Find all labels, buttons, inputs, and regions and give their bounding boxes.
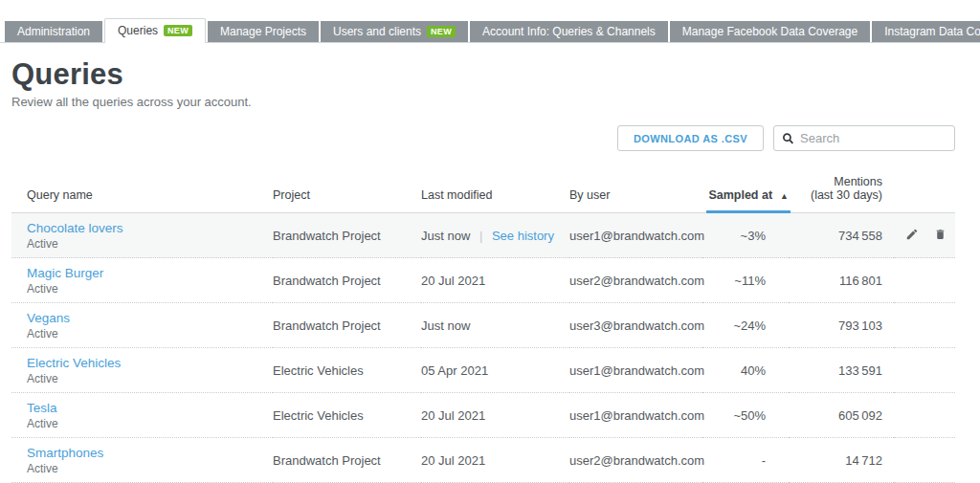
- project-cell: Brandwatch Project: [273, 213, 421, 258]
- by-user-cell: user2@brandwatch.com: [569, 258, 702, 303]
- last-modified-text: 20 Jul 2021: [421, 408, 485, 423]
- page-subtitle: Review all the queries across your accou…: [11, 95, 955, 109]
- sort-asc-icon: ▲: [780, 191, 789, 201]
- table-row: Magic Burger Active Brandwatch Project 2…: [11, 258, 955, 303]
- project-cell: Brandwatch Project: [273, 258, 421, 303]
- column-header-project[interactable]: Project: [273, 175, 421, 213]
- last-modified-cell: 05 Apr 2021: [421, 348, 569, 393]
- sampled-at-cell: ~50%: [702, 393, 789, 438]
- toolbar: DOWNLOAD AS .CSV: [11, 125, 955, 151]
- tab-label: Administration: [17, 25, 90, 38]
- column-header-query-name[interactable]: Query name: [11, 175, 273, 213]
- query-name-cell: Electric Vehicles Active: [11, 348, 273, 393]
- row-actions: [894, 303, 955, 348]
- table-row: Tesla Active Electric Vehicles 20 Jul 20…: [11, 393, 955, 438]
- query-name-cell: Smartphones Active: [11, 438, 273, 483]
- last-modified-text: 20 Jul 2021: [421, 274, 485, 288]
- last-modified-cell: Just now: [421, 303, 569, 348]
- last-modified-text: 05 Apr 2021: [421, 363, 488, 378]
- table-row: Electric Vehicles Active Electric Vehicl…: [11, 348, 955, 393]
- search-box: [773, 125, 955, 151]
- delete-icon[interactable]: [934, 228, 947, 244]
- row-actions: [894, 213, 955, 258]
- sampled-at-cell: 40%: [702, 348, 789, 393]
- query-name-cell: Vegans Active: [11, 303, 273, 348]
- by-user-cell: user1@brandwatch.com: [569, 348, 702, 393]
- last-modified-cell: 20 Jul 2021: [421, 258, 569, 303]
- project-cell: Electric Vehicles: [273, 348, 421, 393]
- tab-users-and-clients[interactable]: Users and clients NEW: [321, 21, 468, 42]
- mentions-cell: 14 712: [789, 438, 894, 483]
- mentions-cell: 734 558: [789, 213, 894, 258]
- column-header-last-modified[interactable]: Last modified: [421, 175, 569, 213]
- table-row: Vegans Active Brandwatch Project Just no…: [11, 303, 955, 348]
- tab-label: Manage Facebook Data Coverage: [682, 25, 858, 38]
- query-status: Active: [27, 237, 273, 251]
- mentions-cell: 133 591: [789, 348, 894, 393]
- tab-bar: Administration Queries NEW Manage Projec…: [0, 20, 980, 43]
- last-modified-text: Just now: [421, 229, 470, 243]
- last-modified-cell: Just now | See history: [421, 213, 569, 258]
- query-status: Active: [27, 372, 273, 385]
- query-status: Active: [27, 327, 273, 340]
- query-status: Active: [27, 417, 273, 430]
- last-modified-text: 20 Jul 2021: [421, 453, 485, 468]
- mentions-label-line1: Mentions: [789, 175, 882, 188]
- by-user-cell: user3@brandwatch.com: [569, 303, 702, 348]
- query-name-link[interactable]: Electric Vehicles: [27, 356, 121, 370]
- tab-label: Account Info: Queries & Channels: [482, 25, 656, 38]
- project-cell: Brandwatch Project: [273, 438, 421, 483]
- table-row: Chocolate lovers Active Brandwatch Proje…: [11, 213, 955, 258]
- query-name-link[interactable]: Tesla: [27, 401, 57, 415]
- query-name-cell: Magic Burger Active: [11, 258, 273, 303]
- new-badge: NEW: [164, 25, 192, 36]
- column-header-by-user[interactable]: By user: [569, 175, 702, 213]
- column-header-sampled-at[interactable]: Sampled at▲: [702, 175, 789, 213]
- mentions-label-line2: (last 30 days): [789, 188, 882, 202]
- row-actions: [894, 348, 955, 393]
- see-history-link[interactable]: See history: [492, 229, 554, 243]
- queries-table: Query name Project Last modified By user…: [11, 175, 955, 483]
- tab-label: Manage Projects: [220, 25, 306, 38]
- separator: |: [476, 229, 486, 243]
- new-badge: NEW: [427, 26, 456, 37]
- query-name-link[interactable]: Smartphones: [27, 446, 103, 460]
- tab-label: Users and clients: [333, 25, 421, 38]
- query-name-link[interactable]: Magic Burger: [27, 266, 103, 280]
- table-row: Smartphones Active Brandwatch Project 20…: [11, 438, 955, 483]
- by-user-cell: user2@brandwatch.com: [569, 438, 702, 483]
- row-actions: [894, 393, 955, 438]
- query-name-cell: Tesla Active: [11, 393, 273, 438]
- column-header-actions: [894, 175, 955, 213]
- query-name-link[interactable]: Chocolate lovers: [27, 221, 123, 235]
- search-input[interactable]: [800, 131, 947, 145]
- mentions-cell: 605 092: [789, 393, 894, 438]
- row-actions: [894, 438, 955, 483]
- by-user-cell: user1@brandwatch.com: [569, 213, 702, 258]
- query-status: Active: [27, 282, 273, 296]
- table-body: Chocolate lovers Active Brandwatch Proje…: [11, 213, 955, 483]
- last-modified-cell: 20 Jul 2021: [421, 438, 569, 483]
- sampled-at-label: Sampled at: [708, 188, 772, 202]
- project-cell: Electric Vehicles: [273, 393, 421, 438]
- column-header-mentions[interactable]: Mentions (last 30 days): [789, 175, 894, 213]
- tab-manage-projects[interactable]: Manage Projects: [208, 21, 319, 42]
- tab-administration[interactable]: Administration: [5, 21, 102, 42]
- tab-instagram-data-coverage[interactable]: Instagram Data Coverage: [872, 21, 980, 42]
- tab-queries[interactable]: Queries NEW: [104, 18, 206, 43]
- by-user-cell: user1@brandwatch.com: [569, 393, 702, 438]
- query-name-link[interactable]: Vegans: [27, 311, 70, 325]
- download-csv-button[interactable]: DOWNLOAD AS .CSV: [617, 125, 764, 151]
- tab-label: Instagram Data Coverage: [884, 25, 980, 38]
- project-cell: Brandwatch Project: [273, 303, 421, 348]
- edit-icon[interactable]: [905, 228, 919, 244]
- tab-manage-facebook-data-coverage[interactable]: Manage Facebook Data Coverage: [670, 21, 870, 42]
- sampled-at-cell: ~11%: [702, 258, 789, 303]
- mentions-cell: 116 801: [789, 258, 894, 303]
- sort-active-underline: [706, 210, 791, 213]
- table-header-row: Query name Project Last modified By user…: [11, 175, 955, 213]
- last-modified-cell: 20 Jul 2021: [421, 393, 569, 438]
- tab-label: Queries: [118, 24, 158, 37]
- sampled-at-cell: ~3%: [702, 213, 789, 258]
- tab-account-info-queries-channels[interactable]: Account Info: Queries & Channels: [470, 21, 668, 42]
